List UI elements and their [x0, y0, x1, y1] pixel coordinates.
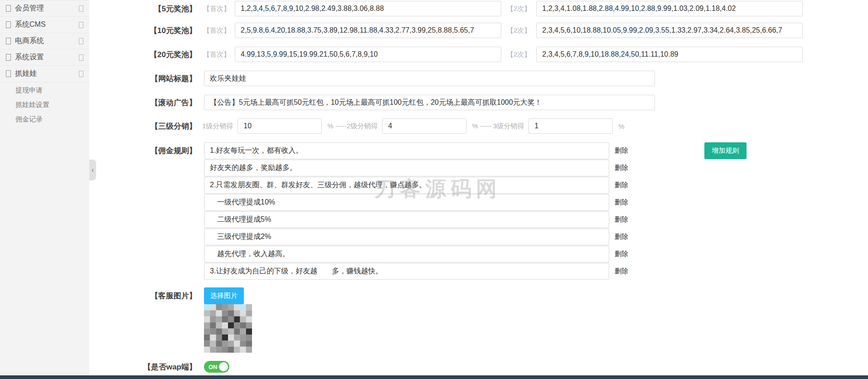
sidebar-item-label: 电商系统: [15, 36, 79, 46]
menu-glyph-icon: [6, 70, 11, 77]
level1-label: 1级分销得: [202, 122, 233, 131]
expand-glyph-icon: [79, 54, 83, 61]
delete-rule-link[interactable]: 删除: [615, 267, 628, 276]
distribution-row: 【三级分销】 1级分销得 % -----2级分销得 % ----- 3级分销得 …: [89, 118, 868, 134]
second-time-tag: 【2次】: [507, 50, 531, 59]
sidebar-item-label: 系统CMS: [15, 20, 79, 29]
rule-input[interactable]: [204, 177, 609, 194]
field-label: 【是否wap端】: [89, 362, 197, 372]
level2-label: % -----2级分销得: [327, 122, 378, 131]
level3-percent-input[interactable]: [529, 118, 613, 134]
scroll-ad-row: 【滚动广告】: [89, 95, 868, 110]
rule-row: 删除: [204, 177, 868, 194]
sidebar-subitem-withdrawal[interactable]: 提现申请: [0, 83, 89, 97]
pool5-second-input[interactable]: [536, 1, 803, 16]
rule-row: 删除: [204, 263, 868, 280]
pool20-first-input[interactable]: [235, 47, 501, 62]
rule-input[interactable]: [204, 142, 609, 159]
percent-sign: %: [618, 122, 624, 130]
rule-input[interactable]: [204, 194, 609, 211]
field-label: 【网站标题】: [89, 73, 197, 84]
field-label: 【10元奖池】: [89, 25, 197, 36]
field-label: 【20元奖池】: [89, 49, 197, 60]
customer-service-image: [204, 304, 252, 353]
pool5-first-input[interactable]: [235, 1, 501, 16]
sidebar-item-label: 抓娃娃: [15, 69, 79, 78]
rule-row: 删除: [204, 142, 868, 159]
site-title-row: 【网站标题】: [89, 71, 868, 86]
expand-glyph-icon: [79, 71, 83, 77]
rule-row: 删除: [204, 246, 868, 262]
wap-row: 【是否wap端】 ON: [89, 361, 868, 373]
level1-percent-input[interactable]: [238, 118, 322, 134]
menu-glyph-icon: [6, 38, 11, 44]
pool-row-20yuan: 【20元奖池】 【首次】 【2次】: [89, 47, 868, 62]
pool10-second-input[interactable]: [536, 23, 803, 38]
sidebar-subitem-claw-settings[interactable]: 抓娃娃设置: [0, 97, 89, 112]
menu-glyph-icon: [6, 21, 11, 28]
pool20-second-input[interactable]: [536, 47, 803, 62]
rule-row: 删除: [204, 228, 868, 245]
expand-glyph-icon: [79, 22, 83, 28]
first-time-tag: 【首次】: [203, 50, 230, 59]
field-label: 【5元奖池】: [89, 4, 197, 14]
wap-toggle[interactable]: ON: [204, 361, 229, 373]
toggle-knob-icon: [219, 362, 228, 371]
second-time-tag: 【2次】: [507, 5, 531, 13]
delete-rule-link[interactable]: 删除: [615, 181, 628, 190]
level2-percent-input[interactable]: [382, 118, 466, 134]
rule-input[interactable]: [204, 228, 609, 245]
field-label: 【滚动广告】: [89, 97, 197, 108]
rule-row: 删除: [204, 211, 868, 228]
expand-glyph-icon: [79, 38, 83, 44]
toggle-on-label: ON: [209, 364, 218, 370]
delete-rule-link[interactable]: 删除: [615, 146, 628, 155]
rule-input[interactable]: [204, 211, 609, 228]
scroll-ad-input[interactable]: [204, 95, 655, 110]
delete-rule-link[interactable]: 删除: [615, 215, 628, 224]
add-rule-button[interactable]: 增加规则: [704, 142, 747, 159]
first-time-tag: 【首次】: [203, 5, 230, 13]
delete-rule-link[interactable]: 删除: [615, 233, 628, 241]
pool-row-10yuan: 【10元奖池】 【首次】 【2次】: [89, 23, 868, 38]
commission-rules-section: 【佣金规则】 删除 删除 删除 删除 删除 删除 删除: [89, 142, 868, 280]
rule-row: 删除: [204, 194, 868, 211]
sidebar: 会员管理 系统CMS 电商系统 系统设置 抓娃娃 提现申请 抓娃娃设置 佣金记录: [0, 0, 89, 375]
field-label: 【佣金规则】: [89, 142, 197, 159]
sidebar-subitem-commission-log[interactable]: 佣金记录: [0, 112, 89, 126]
sidebar-item-cms[interactable]: 系统CMS: [0, 17, 89, 33]
service-image-row: 【客服图片】 选择图片: [89, 287, 868, 353]
sidebar-item-label: 会员管理: [15, 4, 79, 13]
second-time-tag: 【2次】: [507, 26, 531, 35]
expand-glyph-icon: [79, 5, 83, 12]
sidebar-item-ecommerce[interactable]: 电商系统: [0, 33, 89, 49]
menu-glyph-icon: [6, 5, 11, 12]
menu-glyph-icon: [6, 54, 11, 61]
first-time-tag: 【首次】: [203, 26, 230, 35]
rule-input[interactable]: [204, 246, 609, 262]
rule-input[interactable]: [204, 263, 609, 280]
pool10-first-input[interactable]: [235, 23, 501, 38]
sidebar-item-claw-machine[interactable]: 抓娃娃: [0, 66, 89, 82]
sidebar-item-members[interactable]: 会员管理: [0, 0, 89, 17]
sidebar-item-label: 系统设置: [15, 53, 79, 62]
pool-row-5yuan: 【5元奖池】 【首次】 【2次】: [89, 1, 868, 16]
settings-form: 【5元奖池】 【首次】 【2次】 【10元奖池】 【首次】 【2次】 【20元奖…: [89, 0, 868, 379]
delete-rule-link[interactable]: 删除: [615, 164, 628, 172]
field-label: 【客服图片】: [89, 287, 197, 304]
level3-label: % ----- 3级分销得: [472, 122, 524, 131]
delete-rule-link[interactable]: 删除: [615, 198, 628, 207]
sidebar-item-system-settings[interactable]: 系统设置: [0, 49, 89, 66]
pick-image-button[interactable]: 选择图片: [204, 287, 244, 304]
rule-input[interactable]: [204, 160, 609, 176]
rule-row: 删除: [204, 160, 868, 176]
delete-rule-link[interactable]: 删除: [615, 250, 628, 258]
footer-bar: [0, 375, 868, 379]
field-label: 【三级分销】: [89, 121, 197, 131]
site-title-input[interactable]: [204, 71, 655, 86]
